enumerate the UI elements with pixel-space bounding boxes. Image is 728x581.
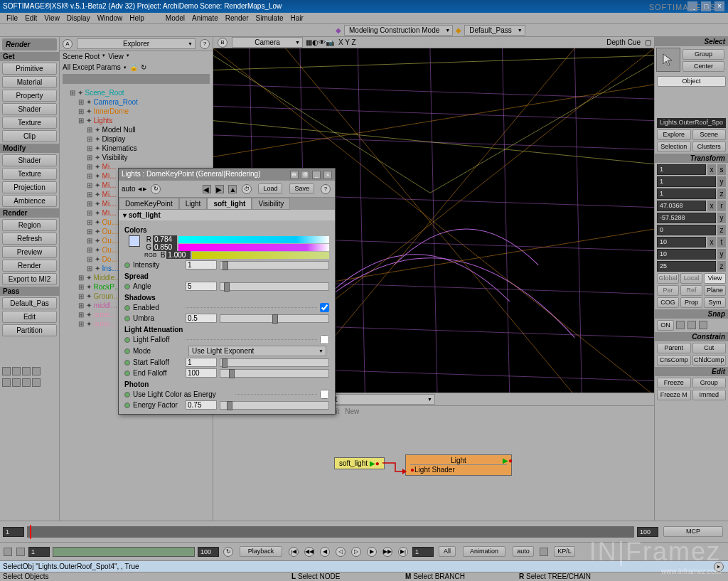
kpl-button[interactable]: KP/L xyxy=(554,546,575,557)
prev-frame-icon[interactable]: ◀ xyxy=(320,547,330,557)
menu-edit[interactable]: Edit xyxy=(21,13,41,23)
lock-icon[interactable]: 🔒 xyxy=(129,63,138,71)
object-button[interactable]: Object xyxy=(657,76,726,87)
ref-button[interactable]: Ref xyxy=(680,285,702,296)
scale-y-field[interactable]: 1 xyxy=(657,176,716,187)
dialog-titlebar[interactable]: Lights : DomeKeyPoint (General|Rendering… xyxy=(119,169,335,181)
sym-button[interactable]: Sym xyxy=(704,297,726,308)
layout-icon-1[interactable] xyxy=(2,367,11,375)
use-light-color-checkbox[interactable] xyxy=(320,390,329,399)
eye-icon[interactable]: 👁 xyxy=(318,38,326,46)
tab-soft-light[interactable]: soft_light xyxy=(207,198,252,210)
selection-button[interactable]: Selection xyxy=(657,142,691,152)
tree-node[interactable]: ⊞ ✦ InnerDome xyxy=(61,107,211,116)
shade-icon[interactable]: ◐ xyxy=(312,38,318,46)
tree-node[interactable]: ⊞ ✦ Camera_Root xyxy=(61,97,211,107)
load-button[interactable]: Load xyxy=(258,183,282,194)
parent-button[interactable]: Parent xyxy=(657,343,691,353)
range-end[interactable]: 100 xyxy=(198,547,219,557)
camera-dropdown[interactable]: Camera xyxy=(232,37,303,48)
tree-node[interactable]: ⊞ ✦ Scene_Root xyxy=(61,88,211,97)
rot-x-field[interactable]: 47.0368 xyxy=(657,201,706,211)
b-value[interactable]: 1.000 xyxy=(166,251,191,259)
r-value[interactable]: 0.784 xyxy=(153,235,177,243)
global-button[interactable]: Global xyxy=(657,273,679,284)
g-gradient[interactable] xyxy=(178,244,329,251)
menu-window[interactable]: Window xyxy=(94,13,127,23)
key-icon[interactable] xyxy=(540,548,548,556)
intensity-value[interactable]: 1 xyxy=(186,260,217,270)
layout-icon-8[interactable] xyxy=(32,378,41,387)
tab-light[interactable]: Light xyxy=(179,198,208,210)
snap-on-button[interactable]: ON xyxy=(657,320,674,331)
material-button[interactable]: Material xyxy=(2,76,57,88)
cog-button[interactable]: COG xyxy=(657,297,679,308)
menu-model[interactable]: Model xyxy=(162,13,188,23)
prev-key-icon[interactable]: ◀◀ xyxy=(304,547,314,557)
clip-button[interactable]: Clip xyxy=(2,130,57,142)
all-button[interactable]: All xyxy=(439,546,456,557)
plane-button[interactable]: Plane xyxy=(704,285,726,296)
layout-icon-7[interactable] xyxy=(22,378,31,387)
menu-help[interactable]: Help xyxy=(126,13,148,23)
range-start[interactable]: 1 xyxy=(28,547,50,557)
view-menu[interactable]: View xyxy=(108,53,124,60)
script-icon[interactable]: ▸ xyxy=(714,562,724,572)
snap-icon-1[interactable] xyxy=(676,321,685,329)
par-button[interactable]: Par xyxy=(657,285,679,296)
loop-icon[interactable]: ↻ xyxy=(223,547,233,557)
first-frame-icon[interactable]: |◀ xyxy=(289,547,299,557)
filter-bar[interactable] xyxy=(63,74,210,84)
menu-animate[interactable]: Animate xyxy=(188,13,222,23)
prop-button[interactable]: Prop xyxy=(680,297,702,308)
default-pass-button[interactable]: Default_Pas xyxy=(2,297,57,309)
rt-new-menu[interactable]: New xyxy=(345,407,359,415)
modify-texture-button[interactable]: Texture xyxy=(2,168,57,180)
dialog-help-icon[interactable]: ? xyxy=(321,184,331,194)
menu-render[interactable]: Render xyxy=(222,13,252,23)
menu-simulate[interactable]: Simulate xyxy=(252,13,287,23)
group-edit-button[interactable]: Group xyxy=(692,378,727,388)
camera-icon[interactable]: 📷 xyxy=(326,38,334,46)
clusters-button[interactable]: Clusters xyxy=(692,142,727,152)
light-properties-dialog[interactable]: Lights : DomeKeyPoint (General|Rendering… xyxy=(118,168,336,415)
auto-dropdown[interactable]: auto xyxy=(122,185,135,193)
pass-dropdown[interactable]: Default_Pass xyxy=(464,25,525,36)
menu-file[interactable]: File xyxy=(3,13,21,23)
end-falloff-slider[interactable] xyxy=(220,369,329,378)
wireframe-icon[interactable]: ▦ xyxy=(306,38,312,46)
property-button[interactable]: Property xyxy=(2,90,57,102)
dialog-gear-icon[interactable]: ⚙ xyxy=(301,171,309,179)
xyz-label[interactable]: X Y Z xyxy=(338,38,356,46)
save-button[interactable]: Save xyxy=(289,183,314,194)
snap-icon-2[interactable] xyxy=(687,321,696,329)
immed-button[interactable]: Immed xyxy=(692,390,727,400)
tree-node[interactable]: ⊞ ✦ Kinematics xyxy=(61,144,211,153)
nav-fwd-icon[interactable]: ▶ xyxy=(215,185,224,193)
partition-button[interactable]: Partition xyxy=(2,324,57,336)
soft-light-node[interactable]: soft_light ▶● xyxy=(334,457,385,469)
dialog-pin-icon[interactable]: ⊕ xyxy=(290,171,299,179)
tree-node[interactable]: ⊞ ✦ Visibility xyxy=(61,153,211,162)
shader-button[interactable]: Shader xyxy=(2,103,57,115)
axis-x[interactable]: x xyxy=(707,164,716,175)
falloff-checkbox[interactable] xyxy=(320,335,329,344)
explorer-dropdown[interactable]: Explorer xyxy=(77,38,196,49)
refresh-button[interactable]: Refresh xyxy=(2,233,57,245)
explorer-help-icon[interactable]: ? xyxy=(200,39,210,49)
view-button[interactable]: View xyxy=(704,273,726,284)
filter-menu[interactable]: All Except Params xyxy=(63,63,121,71)
intensity-dot[interactable] xyxy=(124,262,130,268)
start-falloff-slider[interactable] xyxy=(220,358,329,367)
umbra-value[interactable]: 0.5 xyxy=(186,314,217,323)
angle-value[interactable]: 5 xyxy=(186,282,217,291)
g-value[interactable]: 0.850 xyxy=(153,243,177,251)
cnscomp-button[interactable]: CnsComp xyxy=(657,355,691,366)
freeze-button[interactable]: Freeze xyxy=(657,378,691,388)
play-icon[interactable]: ▷ xyxy=(351,547,361,557)
trans-x-field[interactable]: 10 xyxy=(657,237,706,247)
trans-y-field[interactable]: 10 xyxy=(657,249,716,260)
depth-cue-label[interactable]: Depth Cue xyxy=(606,38,641,46)
light-node[interactable]: Light ●Light Shader ▶● xyxy=(405,454,512,476)
scene-root-menu[interactable]: Scene Root xyxy=(63,53,100,60)
